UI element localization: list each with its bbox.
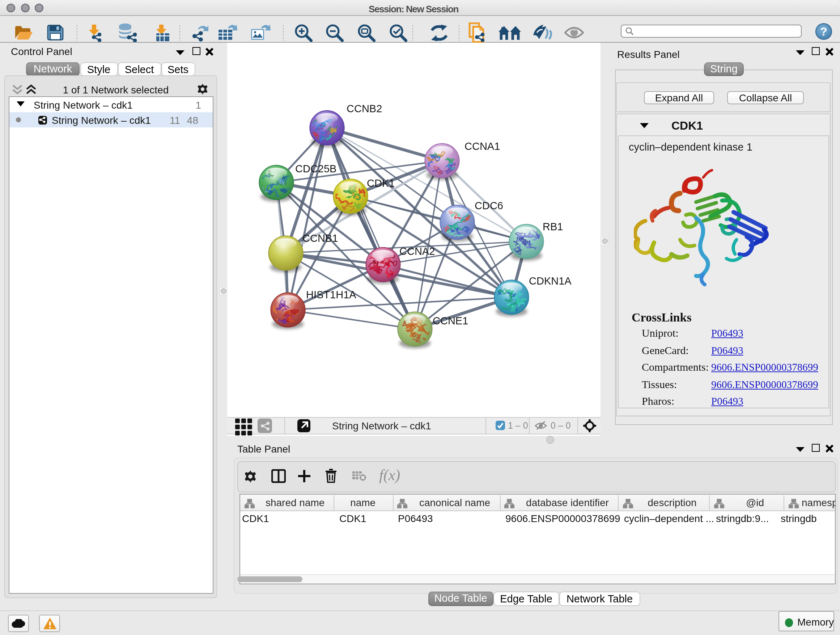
svg-text:CDK1: CDK1 xyxy=(367,177,395,189)
svg-text:CDC25B: CDC25B xyxy=(295,163,336,174)
svg-text:CCNB2: CCNB2 xyxy=(347,103,382,114)
svg-text:CCNA2: CCNA2 xyxy=(399,245,435,257)
svg-text:CCNE1: CCNE1 xyxy=(433,315,468,326)
svg-text:CCNA1: CCNA1 xyxy=(464,141,500,152)
svg-text:CDKN1A: CDKN1A xyxy=(529,275,572,287)
svg-text:RB1: RB1 xyxy=(543,221,563,233)
svg-text:CDC6: CDC6 xyxy=(475,200,503,211)
svg-text:CCNB1: CCNB1 xyxy=(302,233,338,244)
svg-text:HIST1H1A: HIST1H1A xyxy=(306,289,356,301)
